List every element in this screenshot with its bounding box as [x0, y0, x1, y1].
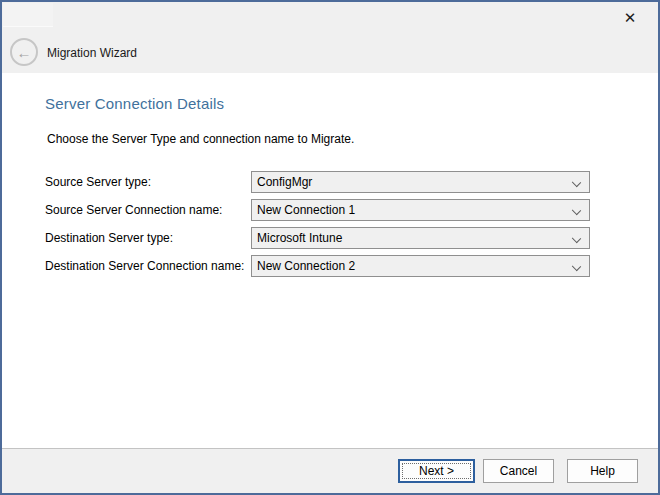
- destination-server-type-label: Destination Server type:: [45, 227, 173, 249]
- source-connection-name-value: New Connection 1: [257, 203, 355, 217]
- destination-server-type-row: Destination Server type: Microsoft Intun…: [2, 227, 658, 249]
- button-bar: Next > Cancel Help: [2, 448, 658, 493]
- wizard-page-content: Server Connection Details Choose the Ser…: [2, 73, 658, 448]
- destination-connection-name-label: Destination Server Connection name:: [45, 255, 244, 277]
- destination-connection-name-row: Destination Server Connection name: New …: [2, 255, 658, 277]
- back-button[interactable]: ←: [10, 38, 38, 66]
- title-bar-icon-area: [3, 3, 53, 27]
- source-connection-name-row: Source Server Connection name: New Conne…: [2, 199, 658, 221]
- source-server-type-value: ConfigMgr: [257, 175, 312, 189]
- page-title: Server Connection Details: [45, 95, 224, 112]
- migration-wizard-window: ✕ ← Migration Wizard Server Connection D…: [0, 0, 660, 495]
- title-bar: ✕: [2, 2, 658, 32]
- cancel-button[interactable]: Cancel: [483, 459, 554, 483]
- source-server-type-label: Source Server type:: [45, 171, 151, 193]
- page-description: Choose the Server Type and connection na…: [47, 132, 354, 146]
- source-server-type-row: Source Server type: ConfigMgr: [2, 171, 658, 193]
- cancel-button-label: Cancel: [500, 464, 537, 478]
- chevron-down-icon: [572, 234, 581, 243]
- next-button[interactable]: Next >: [398, 459, 475, 483]
- destination-server-type-select[interactable]: Microsoft Intune: [251, 227, 590, 249]
- next-button-label: Next >: [419, 464, 454, 478]
- wizard-title: Migration Wizard: [47, 32, 137, 73]
- source-connection-name-select[interactable]: New Connection 1: [251, 199, 590, 221]
- source-server-type-select[interactable]: ConfigMgr: [251, 171, 590, 193]
- help-button-label: Help: [590, 464, 615, 478]
- wizard-header: ← Migration Wizard: [2, 32, 658, 73]
- close-icon[interactable]: ✕: [608, 2, 652, 32]
- chevron-down-icon: [572, 262, 581, 271]
- chevron-down-icon: [572, 178, 581, 187]
- destination-connection-name-select[interactable]: New Connection 2: [251, 255, 590, 277]
- back-arrow-icon: ←: [17, 45, 32, 60]
- chevron-down-icon: [572, 206, 581, 215]
- source-connection-name-label: Source Server Connection name:: [45, 199, 222, 221]
- destination-connection-name-value: New Connection 2: [257, 259, 355, 273]
- help-button[interactable]: Help: [567, 459, 638, 483]
- destination-server-type-value: Microsoft Intune: [257, 231, 342, 245]
